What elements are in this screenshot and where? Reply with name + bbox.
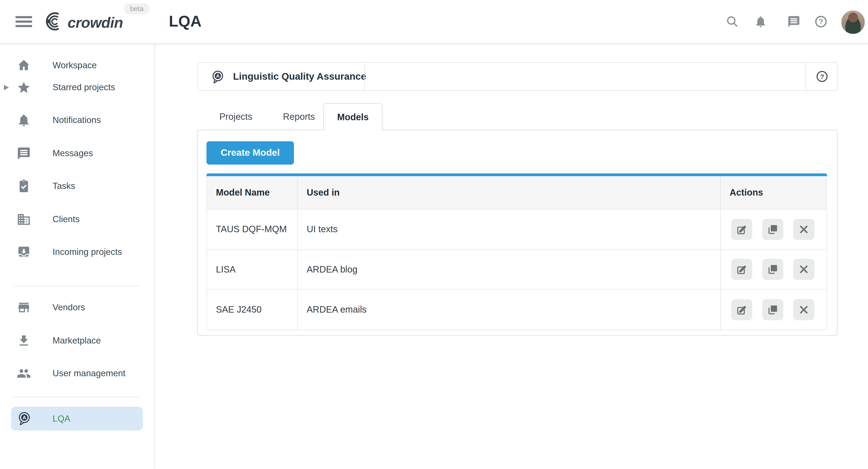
duplicate-model-button[interactable] (762, 299, 783, 320)
sidebar-item-clients[interactable]: Clients (0, 208, 154, 231)
message-icon (17, 146, 31, 161)
app-window: crowdin beta LQA ? (0, 0, 868, 469)
sidebar-item-incoming-projects[interactable]: Incoming projects (0, 241, 154, 263)
page-title: LQA (169, 0, 202, 43)
duplicate-model-button[interactable] (762, 219, 783, 240)
svg-text:A: A (216, 73, 219, 79)
sidebar-item-notifications[interactable]: Notifications (0, 109, 154, 131)
help-icon[interactable]: ? (814, 15, 828, 28)
sidebar-item-user-management[interactable]: User management (0, 362, 154, 384)
marketplace-icon (17, 334, 31, 348)
tasks-icon (17, 179, 31, 194)
crowdin-logo[interactable]: crowdin (42, 11, 123, 34)
delete-model-button[interactable] (793, 219, 814, 240)
svg-text:A: A (23, 415, 26, 420)
sidebar: Workspace Starred projects Notifications… (0, 43, 155, 469)
hamburger-icon[interactable] (16, 16, 32, 27)
duplicate-model-button[interactable] (762, 259, 783, 280)
model-name-cell: LISA (207, 250, 298, 289)
svg-text:?: ? (820, 73, 824, 80)
sidebar-item-vendors[interactable]: Vendors (0, 297, 154, 319)
copy-icon (767, 224, 778, 235)
close-icon (799, 304, 809, 315)
lqa-icon: A (210, 70, 225, 84)
edit-icon (736, 304, 747, 315)
copy-icon (767, 304, 778, 315)
bell-icon (17, 113, 31, 127)
tab-projects[interactable]: Projects (211, 103, 261, 129)
main-content: A Linguistic Quality Assurance ? Project… (155, 43, 868, 469)
edit-icon (736, 224, 747, 235)
used-in-cell: ARDEA blog (298, 250, 721, 289)
column-header-used-in: Used in (298, 176, 721, 209)
lqa-panel-header: A Linguistic Quality Assurance ? (198, 62, 838, 91)
edit-model-button[interactable] (731, 259, 752, 280)
sidebar-divider (13, 397, 140, 397)
sidebar-item-marketplace[interactable]: Marketplace (0, 330, 154, 352)
column-header-model-name: Model Name (207, 176, 298, 209)
sidebar-divider (13, 286, 140, 287)
table-row: SAE J2450 ARDEA emails (207, 289, 827, 329)
crowdin-logo-icon (42, 11, 65, 34)
bell-icon[interactable] (754, 15, 767, 28)
divider (806, 62, 806, 90)
table-header-row: Model Name Used in Actions (207, 176, 827, 209)
close-icon (799, 264, 809, 274)
table-accent-bar (207, 173, 827, 176)
close-icon (799, 224, 809, 234)
sidebar-item-messages[interactable]: Messages (0, 142, 154, 165)
models-tab-panel: Create Model Model Name Used in Actions … (197, 129, 838, 336)
tab-models[interactable]: Models (323, 103, 382, 130)
panel-title: Linguistic Quality Assurance (233, 62, 366, 90)
model-name-cell: SAE J2450 (207, 290, 298, 329)
copy-icon (767, 264, 778, 275)
sidebar-item-tasks[interactable]: Tasks (0, 175, 154, 197)
lqa-icon: A (17, 411, 31, 426)
table-row: TAUS DQF-MQM UI texts (207, 209, 827, 249)
edit-icon (736, 264, 747, 275)
app-header: crowdin beta LQA ? (0, 0, 868, 43)
edit-model-button[interactable] (731, 299, 752, 320)
incoming-icon (17, 245, 31, 259)
vendors-icon (17, 300, 31, 315)
chat-icon[interactable] (787, 15, 801, 28)
sidebar-item-lqa[interactable]: A LQA (11, 407, 143, 431)
clients-icon (17, 212, 31, 227)
actions-cell (721, 290, 826, 329)
actions-cell (721, 250, 826, 289)
users-icon (17, 366, 31, 381)
star-icon (17, 80, 31, 95)
help-icon[interactable]: ? (815, 70, 829, 83)
model-name-cell: TAUS DQF-MQM (207, 209, 298, 249)
beta-badge: beta (124, 3, 150, 14)
home-icon (17, 58, 31, 72)
tab-reports[interactable]: Reports (274, 103, 324, 129)
create-model-button[interactable]: Create Model (207, 141, 294, 165)
used-in-cell: ARDEA emails (298, 290, 721, 329)
models-table: Model Name Used in Actions TAUS DQF-MQM … (207, 173, 827, 330)
divider (364, 62, 365, 90)
svg-text:?: ? (819, 18, 823, 26)
delete-model-button[interactable] (793, 259, 814, 280)
search-icon[interactable] (726, 15, 739, 28)
crowdin-logo-text: crowdin (67, 14, 123, 31)
sidebar-item-starred-projects[interactable]: Starred projects (0, 77, 154, 99)
actions-cell (721, 209, 826, 249)
delete-model-button[interactable] (793, 299, 814, 320)
used-in-cell: UI texts (298, 209, 721, 249)
sidebar-item-workspace[interactable]: Workspace (0, 54, 154, 77)
user-avatar[interactable] (841, 10, 865, 34)
column-header-actions: Actions (721, 176, 826, 209)
edit-model-button[interactable] (731, 219, 752, 240)
table-row: LISA ARDEA blog (207, 249, 827, 289)
